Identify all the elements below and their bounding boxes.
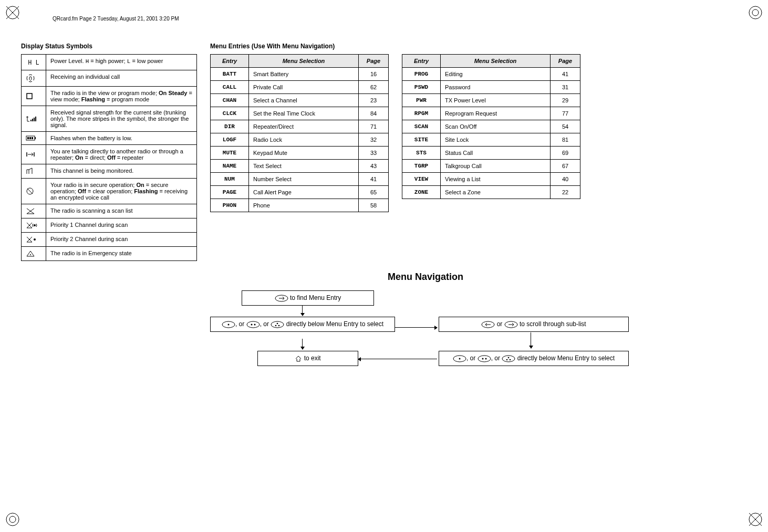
table-row: PAGECall Alert Page65 xyxy=(211,186,389,199)
menu-entry-code: BATT xyxy=(211,68,249,81)
menu-page: 41 xyxy=(359,173,389,186)
menu-selection: Private Call xyxy=(249,81,359,94)
table-row: NAMEText Select43 xyxy=(211,160,389,173)
col-header-selection: Menu Selection xyxy=(441,55,551,68)
menu-page: 65 xyxy=(359,186,389,199)
menu-page: 31 xyxy=(551,81,580,94)
nav-step-select-sub: , or , or directly below Menu Entry to s… xyxy=(439,351,629,366)
menu-selection: Text Select xyxy=(249,160,359,173)
svg-point-18 xyxy=(34,238,36,241)
svg-point-40 xyxy=(508,357,510,359)
table-row: PROGEditing41 xyxy=(402,68,580,81)
status-symbol-icon xyxy=(22,233,46,247)
table-row: The radio is in Emergency state xyxy=(22,247,197,261)
table-row: The radio is scanning a scan list xyxy=(22,204,197,218)
menu-page: 33 xyxy=(359,147,389,160)
svg-rect-6 xyxy=(27,93,32,99)
status-symbol-icon xyxy=(22,145,46,164)
table-row: Priority 1 Channel during scan xyxy=(22,218,197,233)
status-symbol-icon xyxy=(22,164,46,179)
menu-entry-code: CLCK xyxy=(211,107,249,120)
menu-selection: Password xyxy=(441,81,551,94)
table-row: Received signal strength for the current… xyxy=(22,106,197,132)
menu-entry-code: SCAN xyxy=(402,120,441,133)
nav-step-find: to find Menu Entry xyxy=(242,290,374,306)
menu-selection: Viewing a List xyxy=(441,173,551,186)
menu-entry-code: CHAN xyxy=(211,94,249,107)
menu-page: 71 xyxy=(359,120,389,133)
menu-selection: Keypad Mute xyxy=(249,147,359,160)
menu-entry-code: RPGM xyxy=(402,107,441,120)
svg-point-39 xyxy=(510,359,511,361)
svg-point-37 xyxy=(502,356,515,362)
svg-point-27 xyxy=(275,325,277,327)
status-description: The radio is scanning a scan list xyxy=(46,204,197,218)
svg-rect-7 xyxy=(30,120,32,121)
status-symbol-icon xyxy=(22,218,46,233)
menu-entry-code: SITE xyxy=(402,133,441,147)
status-description: Receiving an individual call xyxy=(46,70,197,87)
status-symbol-icon xyxy=(22,106,46,132)
menu-entry-code: PWR xyxy=(402,94,441,107)
table-row: STSStatus Call69 xyxy=(402,147,580,160)
status-symbols-table: H LPower Level. H = high power; L = low … xyxy=(21,54,197,261)
menu-selection: Number Select xyxy=(249,173,359,186)
table-row: MUTEKeypad Mute33 xyxy=(211,147,389,160)
svg-point-23 xyxy=(247,321,260,328)
table-row: PHONPhone58 xyxy=(211,199,389,212)
status-symbols-title: Display Status Symbols xyxy=(21,43,197,50)
page-header-filename: QRcard.fm Page 2 Tuesday, August 21, 200… xyxy=(53,16,747,22)
status-description: You are talking directly to another radi… xyxy=(46,145,197,164)
dot2-oval-icon xyxy=(246,321,260,328)
menu-page: 22 xyxy=(551,186,580,199)
menu-page: 84 xyxy=(359,107,389,120)
col-header-selection: Menu Selection xyxy=(249,55,359,68)
table-row: PWRTX Power Level29 xyxy=(402,94,580,107)
svg-point-22 xyxy=(227,324,229,325)
table-row: Your radio is in secure operation; On = … xyxy=(22,179,197,204)
table-row: CALLPrivate Call62 xyxy=(211,81,389,94)
menu-entries-table-a: Entry Menu Selection Page BATTSmart Batt… xyxy=(210,54,389,212)
nav-step-scroll: or to scroll through sub-list xyxy=(439,317,629,332)
menu-page: 81 xyxy=(551,133,580,147)
svg-point-29 xyxy=(277,323,278,325)
blank-header xyxy=(402,43,580,50)
menu-selection: Scan On/Off xyxy=(441,120,551,133)
menu-selection: Select a Channel xyxy=(249,94,359,107)
svg-point-33 xyxy=(459,358,460,359)
table-row: VIEWViewing a List40 xyxy=(402,173,580,186)
table-row: DIRRepeater/Direct71 xyxy=(211,120,389,133)
status-symbol-icon xyxy=(22,204,46,218)
menu-page: 58 xyxy=(359,199,389,212)
menu-entry-code: MUTE xyxy=(211,147,249,160)
svg-point-19 xyxy=(30,254,31,255)
status-symbol-icon xyxy=(22,179,46,204)
menu-entry-code: DIR xyxy=(211,120,249,133)
svg-point-1 xyxy=(749,6,762,19)
menu-entry-code: STS xyxy=(402,147,441,160)
status-description: Priority 2 Channel during scan xyxy=(46,233,197,247)
menu-entry-code: TGRP xyxy=(402,160,441,173)
menu-selection: Site Lock xyxy=(441,133,551,147)
menu-page: 69 xyxy=(551,147,580,160)
menu-entry-code: PAGE xyxy=(211,186,249,199)
corner-mark xyxy=(748,5,763,20)
table-row: SCANScan On/Off54 xyxy=(402,120,580,133)
menu-page: 41 xyxy=(551,68,580,81)
svg-point-38 xyxy=(506,359,508,361)
menu-page: 16 xyxy=(359,68,389,81)
right-oval-icon xyxy=(504,321,518,328)
table-row: ZONESelect a Zone22 xyxy=(402,186,580,199)
col-header-page: Page xyxy=(359,55,389,68)
svg-rect-8 xyxy=(32,119,33,121)
table-row: RPGMReprogram Request77 xyxy=(402,107,580,120)
svg-point-36 xyxy=(485,358,486,359)
svg-point-24 xyxy=(251,324,252,325)
svg-rect-10 xyxy=(35,117,36,121)
svg-point-17 xyxy=(34,224,36,226)
table-row: NUMNumber Select41 xyxy=(211,173,389,186)
table-row: PSWDPassword31 xyxy=(402,81,580,94)
menu-page: 32 xyxy=(359,133,389,147)
menu-entries-table-b: Entry Menu Selection Page PROGEditing41P… xyxy=(402,54,580,199)
corner-mark xyxy=(5,5,20,20)
